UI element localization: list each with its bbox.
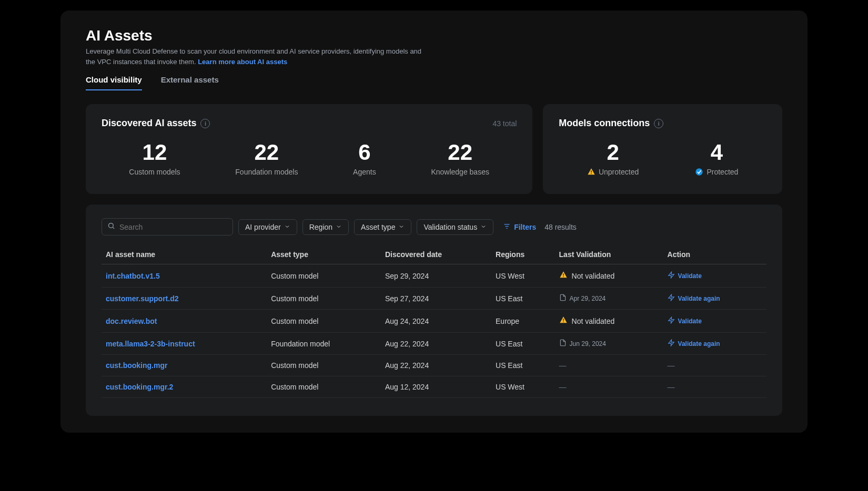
svg-marker-10 xyxy=(668,272,674,278)
no-validation: — xyxy=(559,361,567,370)
chip-label: Asset type xyxy=(361,223,395,231)
stat-label: Foundation models xyxy=(235,168,298,176)
validate-button[interactable]: Validate xyxy=(668,271,762,280)
validate-again-button[interactable]: Validate again xyxy=(668,339,762,348)
chevron-down-icon xyxy=(398,223,405,231)
region-cell: US West xyxy=(491,264,555,288)
svg-line-4 xyxy=(113,228,114,229)
asset-type-cell: Foundation model xyxy=(267,333,381,355)
page-subtitle: Leverage Multi Cloud Defense to scan you… xyxy=(86,46,422,67)
col-regions[interactable]: Regions xyxy=(491,245,555,264)
svg-marker-14 xyxy=(668,317,674,323)
asset-type-cell: Custom model xyxy=(267,355,381,376)
filter-region[interactable]: Region xyxy=(302,219,349,235)
info-icon[interactable]: i xyxy=(200,119,210,128)
stat-block: 22Knowledge bases xyxy=(431,140,489,176)
stat-value: 4 xyxy=(695,140,738,165)
search-input-container[interactable] xyxy=(102,218,233,236)
col-asset-name[interactable]: AI asset name xyxy=(102,245,267,264)
region-cell: Europe xyxy=(491,310,555,333)
validation-report-link[interactable]: Apr 29, 2024 xyxy=(559,294,659,303)
stat-block: 22Foundation models xyxy=(235,140,298,176)
filters-button[interactable]: Filters xyxy=(503,222,536,232)
zap-icon xyxy=(668,339,675,348)
chevron-down-icon xyxy=(480,223,487,231)
stat-label: Agents xyxy=(353,168,376,176)
no-action: — xyxy=(668,383,675,391)
info-icon[interactable]: i xyxy=(654,119,663,128)
asset-name-link[interactable]: doc.review.bot xyxy=(106,317,157,325)
asset-type-cell: Custom model xyxy=(267,288,381,310)
svg-rect-9 xyxy=(563,277,563,277)
col-last-validation[interactable]: Last Validation xyxy=(555,245,663,264)
stat-label: Knowledge bases xyxy=(431,168,489,176)
filter-validation-status[interactable]: Validation status xyxy=(417,219,493,235)
asset-name-link[interactable]: meta.llama3-2-3b-instruct xyxy=(106,340,195,348)
table-row: cust.booking.mgr.2Custom modelAug 12, 20… xyxy=(102,376,766,398)
svg-point-3 xyxy=(109,223,114,228)
result-count: 48 results xyxy=(544,223,577,231)
stat-value: 22 xyxy=(235,140,298,165)
svg-rect-1 xyxy=(591,173,591,174)
validation-status-text: Not validated xyxy=(572,317,615,325)
stat-block: 6Agents xyxy=(353,140,376,176)
discovered-assets-card: Discovered AI assets i 43 total 12Custom… xyxy=(86,104,532,194)
zap-icon xyxy=(668,294,675,303)
validation-report-link[interactable]: Jun 29, 2024 xyxy=(559,339,659,348)
warning-icon xyxy=(587,168,596,176)
svg-point-2 xyxy=(696,169,703,176)
search-input[interactable] xyxy=(119,223,227,231)
tab-cloud-visibility[interactable]: Cloud visibility xyxy=(86,75,142,90)
table-row: doc.review.botCustom modelAug 24, 2024Eu… xyxy=(102,310,766,333)
asset-name-link[interactable]: customer.support.d2 xyxy=(106,294,178,303)
asset-type-cell: Custom model xyxy=(267,376,381,398)
discovered-date-cell: Aug 22, 2024 xyxy=(381,333,491,355)
asset-name-link[interactable]: int.chatbot.v1.5 xyxy=(106,272,160,280)
zap-icon xyxy=(668,316,675,325)
region-cell: US East xyxy=(491,288,555,310)
validate-again-button[interactable]: Validate again xyxy=(668,294,762,303)
tab-external-assets[interactable]: External assets xyxy=(161,75,219,90)
asset-name-link[interactable]: cust.booking.mgr xyxy=(106,361,167,370)
stat-value: 12 xyxy=(129,140,180,165)
assets-table: AI asset name Asset type Discovered date… xyxy=(102,245,766,398)
chip-label: AI provider xyxy=(245,223,281,231)
discovered-date-cell: Aug 22, 2024 xyxy=(381,355,491,376)
tab-bar: Cloud visibility External assets xyxy=(86,75,782,90)
region-cell: US West xyxy=(491,376,555,398)
stat-value: 22 xyxy=(431,140,489,165)
chevron-down-icon xyxy=(336,223,342,231)
stat-label: Custom models xyxy=(129,168,180,176)
stat-value: 2 xyxy=(587,140,639,165)
zap-icon xyxy=(668,271,675,280)
chip-label: Region xyxy=(309,223,332,231)
discovered-date-cell: Aug 24, 2024 xyxy=(381,310,491,333)
learn-more-link[interactable]: Learn more about AI assets xyxy=(198,58,287,66)
svg-marker-11 xyxy=(668,294,674,301)
discovered-date-cell: Sep 27, 2024 xyxy=(381,288,491,310)
discovered-card-title: Discovered AI assets xyxy=(102,118,196,129)
col-asset-type[interactable]: Asset type xyxy=(267,245,381,264)
svg-rect-12 xyxy=(563,319,563,321)
stat-value: 6 xyxy=(353,140,376,165)
page-title: AI Assets xyxy=(86,27,782,44)
filter-ai-provider[interactable]: AI provider xyxy=(238,219,297,235)
svg-rect-13 xyxy=(563,322,563,322)
region-cell: US East xyxy=(491,355,555,376)
table-row: int.chatbot.v1.5Custom modelSep 29, 2024… xyxy=(102,264,766,288)
filter-asset-type[interactable]: Asset type xyxy=(354,219,411,235)
table-row: customer.support.d2Custom modelSep 27, 2… xyxy=(102,288,766,310)
col-discovered[interactable]: Discovered date xyxy=(381,245,491,264)
svg-rect-0 xyxy=(591,171,591,173)
filters-label: Filters xyxy=(514,223,536,231)
validate-button[interactable]: Validate xyxy=(668,316,762,325)
asset-name-link[interactable]: cust.booking.mgr.2 xyxy=(106,383,173,391)
chip-label: Validation status xyxy=(423,223,477,231)
filter-icon xyxy=(503,222,511,232)
col-action[interactable]: Action xyxy=(663,245,766,264)
table-row: cust.booking.mgrCustom modelAug 22, 2024… xyxy=(102,355,766,376)
warning-icon xyxy=(559,316,568,326)
search-icon xyxy=(107,222,115,232)
no-action: — xyxy=(668,361,675,370)
region-cell: US East xyxy=(491,333,555,355)
